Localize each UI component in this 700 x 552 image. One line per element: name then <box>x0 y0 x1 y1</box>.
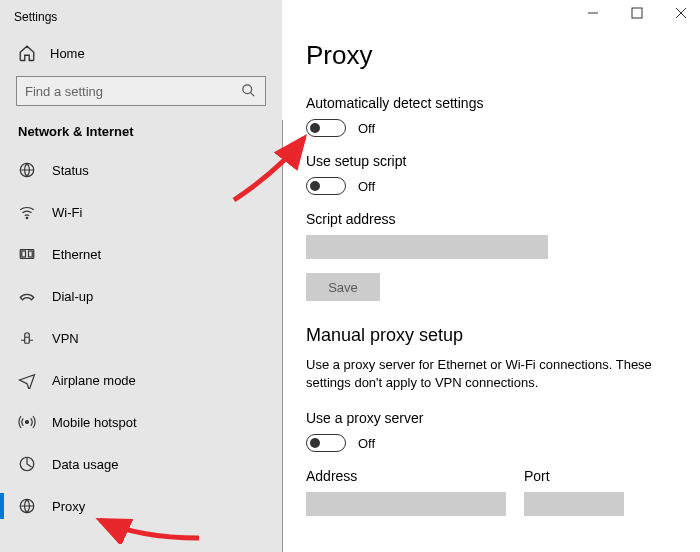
search-icon <box>241 83 256 101</box>
sidebar-item-label: Status <box>52 163 89 178</box>
home-button[interactable]: Home <box>0 34 282 76</box>
manual-description: Use a proxy server for Ethernet or Wi-Fi… <box>306 356 676 392</box>
maximize-button[interactable] <box>630 6 644 20</box>
sidebar-item-wifi[interactable]: Wi-Fi <box>0 191 282 233</box>
svg-point-7 <box>26 421 29 424</box>
setup-script-state: Off <box>358 179 375 194</box>
sidebar-item-label: VPN <box>52 331 79 346</box>
dialup-icon <box>18 287 36 305</box>
sidebar-item-label: Airplane mode <box>52 373 136 388</box>
auto-detect-label: Automatically detect settings <box>306 95 676 111</box>
use-proxy-toggle[interactable] <box>306 434 346 452</box>
address-input[interactable] <box>306 492 506 516</box>
sidebar-item-label: Proxy <box>52 499 85 514</box>
manual-section-title: Manual proxy setup <box>306 325 676 346</box>
sidebar-item-data[interactable]: Data usage <box>0 443 282 485</box>
svg-point-2 <box>26 217 28 219</box>
sidebar: Settings Home Network & Internet Status … <box>0 0 282 552</box>
home-icon <box>18 44 36 62</box>
sidebar-item-proxy[interactable]: Proxy <box>0 485 282 527</box>
airplane-icon <box>18 371 36 389</box>
auto-detect-toggle[interactable] <box>306 119 346 137</box>
sidebar-item-hotspot[interactable]: Mobile hotspot <box>0 401 282 443</box>
script-address-label: Script address <box>306 211 676 227</box>
data-icon <box>18 455 36 473</box>
address-label: Address <box>306 468 506 484</box>
svg-point-0 <box>243 85 252 94</box>
page-title: Proxy <box>306 40 676 71</box>
close-button[interactable] <box>674 6 688 20</box>
home-label: Home <box>50 46 85 61</box>
svg-rect-6 <box>25 337 30 343</box>
use-proxy-state: Off <box>358 436 375 451</box>
scroll-indicator <box>282 120 283 552</box>
sidebar-item-label: Ethernet <box>52 247 101 262</box>
svg-rect-5 <box>29 251 33 257</box>
sidebar-item-airplane[interactable]: Airplane mode <box>0 359 282 401</box>
app-title: Settings <box>0 8 71 26</box>
sidebar-item-status[interactable]: Status <box>0 149 282 191</box>
save-button[interactable]: Save <box>306 273 380 301</box>
sidebar-item-vpn[interactable]: VPN <box>0 317 282 359</box>
section-heading: Network & Internet <box>0 124 282 149</box>
sidebar-item-dialup[interactable]: Dial-up <box>0 275 282 317</box>
ethernet-icon <box>18 245 36 263</box>
use-proxy-label: Use a proxy server <box>306 410 676 426</box>
port-input[interactable] <box>524 492 624 516</box>
setup-script-toggle[interactable] <box>306 177 346 195</box>
script-address-input[interactable] <box>306 235 548 259</box>
setup-script-label: Use setup script <box>306 153 676 169</box>
sidebar-item-label: Dial-up <box>52 289 93 304</box>
sidebar-item-ethernet[interactable]: Ethernet <box>0 233 282 275</box>
wifi-icon <box>18 203 36 221</box>
sidebar-item-label: Mobile hotspot <box>52 415 137 430</box>
svg-rect-4 <box>22 251 26 257</box>
sidebar-item-label: Data usage <box>52 457 119 472</box>
hotspot-icon <box>18 413 36 431</box>
vpn-icon <box>18 329 36 347</box>
minimize-button[interactable] <box>586 6 600 20</box>
main-content: Proxy Automatically detect settings Off … <box>282 0 700 552</box>
auto-detect-state: Off <box>358 121 375 136</box>
sidebar-item-label: Wi-Fi <box>52 205 82 220</box>
search-input[interactable] <box>16 76 266 106</box>
status-icon <box>18 161 36 179</box>
svg-rect-11 <box>632 8 642 18</box>
port-label: Port <box>524 468 624 484</box>
proxy-icon <box>18 497 36 515</box>
